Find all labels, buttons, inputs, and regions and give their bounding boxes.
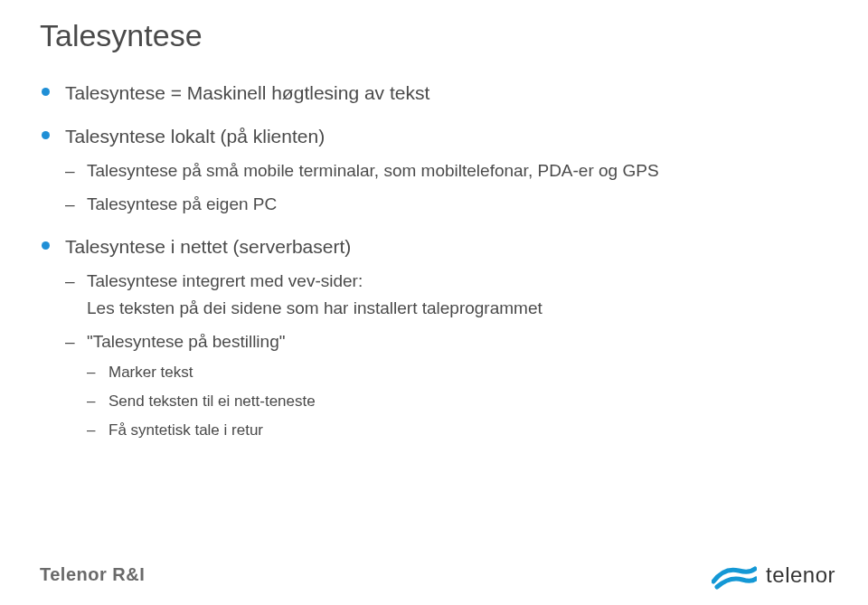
list-item-text: Få syntetisk tale i retur bbox=[108, 421, 263, 439]
sub-list: Talesyntese integrert med vev-sider: Les… bbox=[65, 268, 832, 442]
list-item: Talesyntese på små mobile terminalar, so… bbox=[65, 157, 832, 184]
sub-list: Talesyntese på små mobile terminalar, so… bbox=[65, 157, 832, 218]
footer-brand-right: telenor bbox=[712, 560, 835, 591]
list-item-text: Talesyntese = Maskinell høgtlesing av te… bbox=[65, 82, 429, 103]
list-item-text: Send teksten til ei nett-teneste bbox=[108, 392, 316, 410]
list-item: Talesyntese = Maskinell høgtlesing av te… bbox=[40, 79, 832, 108]
list-item-text: Les teksten på dei sidene som har instal… bbox=[87, 295, 832, 321]
list-item: Talesyntese på eigen PC bbox=[65, 191, 832, 217]
list-item: Talesyntese integrert med vev-sider: Les… bbox=[65, 268, 832, 321]
list-item: Talesyntese lokalt (på klienten) Talesyn… bbox=[40, 122, 832, 218]
footer-brand-wordmark: telenor bbox=[766, 562, 835, 588]
bullet-list: Talesyntese = Maskinell høgtlesing av te… bbox=[40, 79, 832, 443]
list-item-text: Marker tekst bbox=[108, 364, 193, 381]
list-item: "Talesyntese på bestilling" Marker tekst… bbox=[65, 328, 832, 442]
footer-brand-left: Telenor R&I bbox=[40, 564, 145, 585]
list-item-text: Talesyntese på eigen PC bbox=[87, 194, 277, 213]
list-item: Få syntetisk tale i retur bbox=[87, 419, 832, 442]
list-item-text: Talesyntese i nettet (serverbasert) bbox=[65, 236, 351, 257]
sub-sub-list: Marker tekst Send teksten til ei nett-te… bbox=[87, 361, 832, 443]
slide: Talesyntese Talesyntese = Maskinell høgt… bbox=[0, 0, 868, 605]
telenor-logo-icon bbox=[712, 560, 757, 591]
list-item-text: Talesyntese lokalt (på klienten) bbox=[65, 126, 325, 147]
list-item-text: Talesyntese på små mobile terminalar, so… bbox=[87, 161, 659, 180]
page-title: Talesyntese bbox=[40, 18, 832, 53]
list-item: Send teksten til ei nett-teneste bbox=[87, 390, 832, 413]
slide-footer: Telenor R&I telenor bbox=[0, 542, 868, 605]
list-item-text: "Talesyntese på bestilling" bbox=[87, 332, 285, 351]
list-item: Talesyntese i nettet (serverbasert) Tale… bbox=[40, 232, 832, 443]
list-item-text: Talesyntese integrert med vev-sider: bbox=[87, 268, 832, 294]
list-item: Marker tekst bbox=[87, 361, 832, 384]
